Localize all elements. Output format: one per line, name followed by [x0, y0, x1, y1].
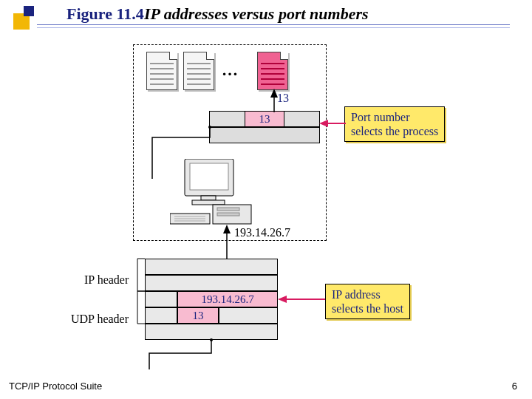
- svg-marker-3: [270, 89, 278, 98]
- svg-marker-17: [223, 225, 231, 233]
- udp-header-label: UDP header: [71, 313, 129, 326]
- host-ip-label: 193.14.26.7: [234, 226, 290, 239]
- segment-row: [209, 127, 320, 143]
- datagram-row: [145, 324, 278, 340]
- footer-book-title: TCP/IP Protocol Suite: [9, 381, 102, 392]
- title-rule: [37, 24, 510, 25]
- datagram-row-left: [145, 307, 177, 324]
- figure-number: Figure 11.4: [66, 4, 144, 24]
- datagram-dest-ip: 193.14.26.7: [177, 291, 278, 307]
- ip-header-label: IP header: [84, 273, 129, 287]
- callout-port-number: Port number selects the process: [344, 106, 445, 142]
- process-doc-icon: [183, 52, 214, 90]
- svg-point-20: [210, 338, 213, 341]
- arrow-up-icon: [269, 89, 279, 112]
- svg-marker-1: [319, 120, 328, 127]
- slide-bullet-icon: [13, 4, 38, 30]
- svg-marker-19: [278, 296, 287, 303]
- datagram-row: [145, 259, 278, 275]
- svg-point-15: [208, 126, 211, 129]
- selected-process-doc-icon: [257, 52, 288, 90]
- arrow-left-icon: [319, 118, 346, 129]
- callout-ip-address: IP address selects the host: [325, 284, 410, 319]
- svg-rect-10: [217, 213, 239, 216]
- datagram-dest-port: 13: [177, 307, 219, 324]
- figure-title: IP addresses versus port numbers: [144, 4, 369, 24]
- arrow-left-icon: [278, 294, 325, 304]
- segment-port-field: 13: [245, 111, 284, 127]
- datagram-row-left: [145, 291, 177, 307]
- arrow-up-icon: [222, 225, 232, 260]
- process-doc-icon: [146, 52, 177, 90]
- brace-icon: [134, 259, 146, 340]
- ellipsis: …: [222, 61, 239, 80]
- svg-rect-9: [217, 208, 239, 211]
- page-number: 6: [512, 381, 517, 392]
- cable-icon: [148, 127, 214, 201]
- datagram-row-right: [219, 307, 278, 324]
- cable-icon: [145, 340, 233, 369]
- title-rule: [37, 27, 510, 28]
- datagram-row: [145, 275, 278, 291]
